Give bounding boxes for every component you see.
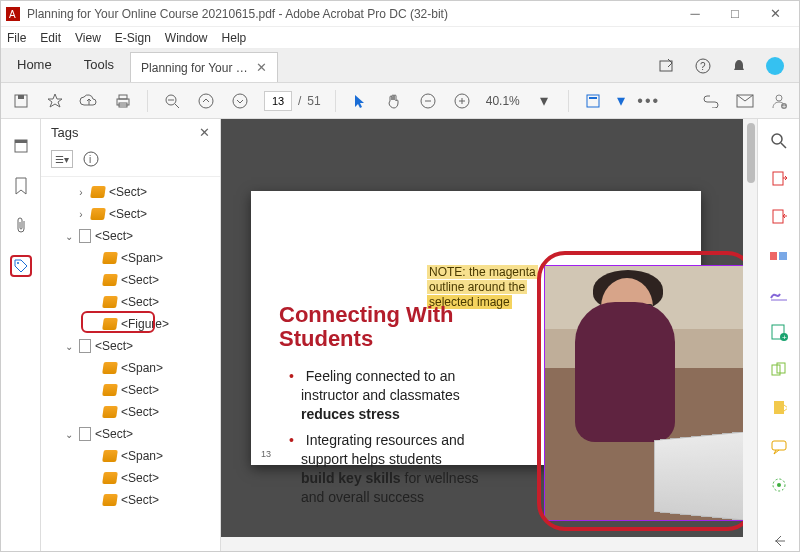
tag-node[interactable]: ⌄<Sect> bbox=[45, 335, 220, 357]
tag-node[interactable]: <Sect> bbox=[45, 291, 220, 313]
tool-export-pdf-icon[interactable] bbox=[768, 169, 790, 189]
menu-window[interactable]: Window bbox=[165, 31, 208, 45]
bookmarks-icon[interactable] bbox=[10, 175, 32, 197]
bullet-1: Feeling connected to an instructor and c… bbox=[289, 367, 519, 424]
vertical-scrollbar[interactable] bbox=[743, 119, 757, 551]
page-current-input[interactable] bbox=[264, 91, 292, 111]
left-nav-rail bbox=[1, 119, 41, 551]
star-icon[interactable] bbox=[45, 91, 65, 111]
title-bar: A Planning for Your Online Course 202106… bbox=[1, 1, 799, 27]
tool-stamp-icon[interactable] bbox=[768, 475, 790, 495]
zoom-in-icon[interactable] bbox=[452, 91, 472, 111]
menu-edit[interactable]: Edit bbox=[40, 31, 61, 45]
tool-organize-icon[interactable]: + bbox=[768, 322, 790, 342]
svg-rect-36 bbox=[770, 252, 777, 260]
tag-node[interactable]: <Span> bbox=[45, 357, 220, 379]
right-tools-rail: + bbox=[757, 119, 799, 551]
more-icon[interactable]: ••• bbox=[639, 91, 659, 111]
bullet-2: Integrating resources and support helps … bbox=[289, 431, 529, 507]
svg-line-33 bbox=[781, 143, 786, 148]
menu-file[interactable]: File bbox=[7, 31, 26, 45]
save-icon[interactable] bbox=[11, 91, 31, 111]
link-icon[interactable] bbox=[701, 91, 721, 111]
tool-comment-icon[interactable] bbox=[768, 437, 790, 457]
tag-node[interactable]: ›<Sect> bbox=[45, 203, 220, 225]
mail-icon[interactable] bbox=[735, 91, 755, 111]
tag-node[interactable]: <Span> bbox=[45, 445, 220, 467]
tool-edit-pdf-icon[interactable] bbox=[768, 246, 790, 266]
tag-node[interactable]: <Sect> bbox=[45, 269, 220, 291]
tags-tree[interactable]: ›<Sect>›<Sect>⌄<Sect><Span><Sect><Sect><… bbox=[41, 177, 220, 551]
zoom-level[interactable]: 40.1% bbox=[486, 94, 520, 108]
app-icon: A bbox=[5, 6, 21, 22]
tag-node[interactable]: ⌄<Sect> bbox=[45, 423, 220, 445]
svg-text:i: i bbox=[89, 154, 91, 165]
svg-point-29 bbox=[17, 262, 19, 264]
svg-rect-44 bbox=[774, 401, 784, 414]
tag-node[interactable]: <Sect> bbox=[45, 401, 220, 423]
svg-text:+: + bbox=[782, 333, 787, 341]
tab-close-icon[interactable]: ✕ bbox=[256, 60, 267, 75]
cloud-upload-icon[interactable] bbox=[79, 91, 99, 111]
tag-node[interactable]: ›<Sect> bbox=[45, 181, 220, 203]
tags-icon[interactable] bbox=[10, 255, 32, 277]
svg-point-47 bbox=[777, 483, 781, 487]
svg-text:?: ? bbox=[700, 61, 706, 72]
page-total: 51 bbox=[307, 94, 320, 108]
tab-tools[interactable]: Tools bbox=[68, 49, 130, 82]
tabs-bar: Home Tools Planning for Your … ✕ ? bbox=[1, 49, 799, 83]
zoom-out-icon[interactable] bbox=[418, 91, 438, 111]
horizontal-scrollbar[interactable] bbox=[221, 537, 743, 551]
svg-rect-28 bbox=[15, 140, 27, 143]
tool-collapse-icon[interactable] bbox=[768, 531, 790, 551]
view-mode-dropdown-icon[interactable]: ▾ bbox=[617, 91, 625, 110]
bell-icon[interactable] bbox=[729, 56, 749, 76]
tags-panel-close-icon[interactable]: ✕ bbox=[199, 125, 210, 140]
tool-protect-icon[interactable] bbox=[768, 398, 790, 418]
svg-rect-22 bbox=[589, 97, 597, 99]
document-view[interactable]: NOTE: the magenta outline around the sel… bbox=[221, 119, 757, 551]
svg-rect-35 bbox=[773, 210, 783, 223]
pointer-icon[interactable] bbox=[350, 91, 370, 111]
hand-icon[interactable] bbox=[384, 91, 404, 111]
page-down-icon[interactable] bbox=[230, 91, 250, 111]
zoom-out-fit-icon[interactable] bbox=[162, 91, 182, 111]
tool-combine-icon[interactable] bbox=[768, 360, 790, 380]
attachments-icon[interactable] bbox=[10, 215, 32, 237]
zoom-dropdown-icon[interactable]: ▾ bbox=[534, 91, 554, 111]
close-button[interactable]: ✕ bbox=[755, 1, 795, 26]
svg-rect-21 bbox=[587, 95, 599, 107]
help-icon[interactable]: ? bbox=[693, 56, 713, 76]
maximize-button[interactable]: □ bbox=[715, 1, 755, 26]
tag-node[interactable]: <Span> bbox=[45, 247, 220, 269]
menu-esign[interactable]: E-Sign bbox=[115, 31, 151, 45]
tool-fill-sign-icon[interactable] bbox=[768, 284, 790, 304]
tags-info-icon[interactable]: i bbox=[83, 151, 99, 167]
svg-point-14 bbox=[199, 94, 213, 108]
print-icon[interactable] bbox=[113, 91, 133, 111]
share-icon[interactable] bbox=[657, 56, 677, 76]
tag-node[interactable]: <Sect> bbox=[45, 489, 220, 511]
tag-node[interactable]: ⌄<Sect> bbox=[45, 225, 220, 247]
account-icon[interactable]: + bbox=[769, 91, 789, 111]
tab-home[interactable]: Home bbox=[1, 49, 68, 82]
svg-rect-7 bbox=[18, 95, 24, 99]
tags-options-button[interactable]: ☰▾ bbox=[51, 150, 73, 168]
svg-point-5 bbox=[766, 57, 784, 75]
minimize-button[interactable]: ─ bbox=[675, 1, 715, 26]
tag-node[interactable]: <Sect> bbox=[45, 467, 220, 489]
view-mode-icon[interactable] bbox=[583, 91, 603, 111]
menu-help[interactable]: Help bbox=[222, 31, 247, 45]
tags-panel-title: Tags bbox=[51, 125, 78, 140]
page-number: / 51 bbox=[264, 91, 321, 111]
thumbnails-icon[interactable] bbox=[10, 135, 32, 157]
page-up-icon[interactable] bbox=[196, 91, 216, 111]
tab-document[interactable]: Planning for Your … ✕ bbox=[130, 52, 278, 82]
menu-view[interactable]: View bbox=[75, 31, 101, 45]
tag-node[interactable]: <Sect> bbox=[45, 379, 220, 401]
account-avatar[interactable] bbox=[765, 56, 785, 76]
tags-panel: Tags ✕ ☰▾ i ›<Sect>›<Sect>⌄<Sect><Span><… bbox=[41, 119, 221, 551]
tool-create-pdf-icon[interactable] bbox=[768, 207, 790, 227]
tool-search-icon[interactable] bbox=[768, 131, 790, 151]
svg-point-15 bbox=[233, 94, 247, 108]
